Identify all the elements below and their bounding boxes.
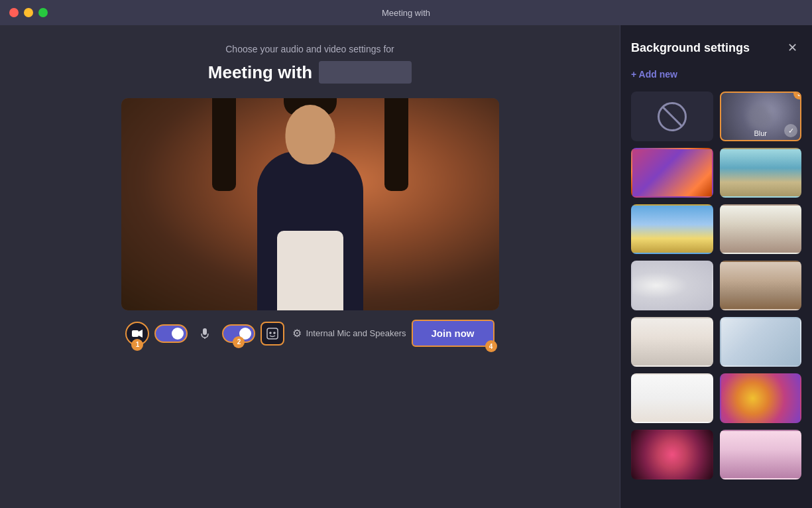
background-settings-panel: Background settings ✕ + Add new 3 Blur ✓ xyxy=(620,25,812,508)
add-new-background-button[interactable]: + Add new xyxy=(631,69,801,80)
bg-item-interior1[interactable] xyxy=(720,204,802,254)
join-badge: 4 xyxy=(485,340,497,352)
none-icon xyxy=(658,102,687,131)
gear-icon: ⚙ xyxy=(292,327,302,340)
bg-settings-header: Background settings ✕ xyxy=(631,38,801,57)
camera-toggle-knob xyxy=(172,328,184,340)
meeting-title-redacted xyxy=(319,61,412,84)
person-shirt xyxy=(277,231,343,310)
bg-item-loft[interactable] xyxy=(720,261,802,310)
svg-rect-4 xyxy=(267,328,278,339)
titlebar: Meeting with xyxy=(0,0,812,25)
audio-badge: 2 xyxy=(233,336,245,348)
bg-item-outdoor[interactable] xyxy=(631,204,713,254)
svg-point-5 xyxy=(270,332,271,334)
minimize-window-button[interactable] xyxy=(24,8,33,17)
bg-item-colorful[interactable] xyxy=(720,373,802,423)
main-area: Choose your audio and video settings for… xyxy=(0,25,812,508)
bg-item-abstract1[interactable] xyxy=(631,148,713,198)
none-line xyxy=(662,106,682,126)
bg-item-office1[interactable] xyxy=(720,148,802,198)
audio-label: Internal Mic and Speakers xyxy=(306,328,406,338)
audio-settings[interactable]: ⚙ Internal Mic and Speakers xyxy=(292,327,406,340)
mic-icon xyxy=(193,322,217,346)
bg-settings-title: Background settings xyxy=(631,41,750,55)
svg-marker-1 xyxy=(139,330,143,338)
join-button-wrapper: Join now 4 xyxy=(412,320,494,347)
svg-rect-0 xyxy=(132,330,139,337)
bg-item-modern[interactable] xyxy=(720,317,802,367)
meeting-title: Meeting with xyxy=(208,62,312,83)
selection-badge: 3 xyxy=(793,92,801,99)
bg-item-blur[interactable]: 3 Blur ✓ xyxy=(720,92,802,141)
svg-point-6 xyxy=(274,332,275,334)
reactions-button[interactable] xyxy=(261,322,284,346)
bg-item-pastel[interactable] xyxy=(720,430,802,479)
video-preview xyxy=(121,98,499,310)
join-now-button[interactable]: Join now xyxy=(412,320,494,347)
camera-badge: 1 xyxy=(131,339,143,351)
window-controls[interactable] xyxy=(9,8,48,17)
maximize-window-button[interactable] xyxy=(38,8,48,17)
bg-item-balloons1[interactable] xyxy=(631,430,713,479)
bg-item-white-room[interactable] xyxy=(631,373,713,423)
left-panel: Choose your audio and video settings for… xyxy=(0,25,620,508)
camera-toggle[interactable] xyxy=(154,324,188,343)
bg-item-studio1[interactable] xyxy=(631,261,713,310)
close-window-button[interactable] xyxy=(9,8,19,17)
subtitle-text: Choose your audio and video settings for xyxy=(225,44,394,54)
bg-item-room1[interactable] xyxy=(631,317,713,367)
person-hair-left xyxy=(212,98,236,191)
window-title: Meeting with xyxy=(382,8,430,18)
close-bg-settings-button[interactable]: ✕ xyxy=(783,38,801,57)
check-mark: ✓ xyxy=(784,124,797,137)
person-hair-right xyxy=(384,98,408,191)
meeting-title-row: Meeting with xyxy=(208,61,412,84)
camera-group: 1 xyxy=(125,322,149,346)
person-head xyxy=(285,105,335,164)
controls-bar: 1 2 xyxy=(125,320,494,347)
bg-item-none[interactable] xyxy=(631,92,713,141)
audio-group: 2 xyxy=(222,324,255,343)
svg-rect-2 xyxy=(203,328,207,335)
blur-preview-circle xyxy=(748,105,772,129)
background-grid: 3 Blur ✓ xyxy=(631,92,801,479)
